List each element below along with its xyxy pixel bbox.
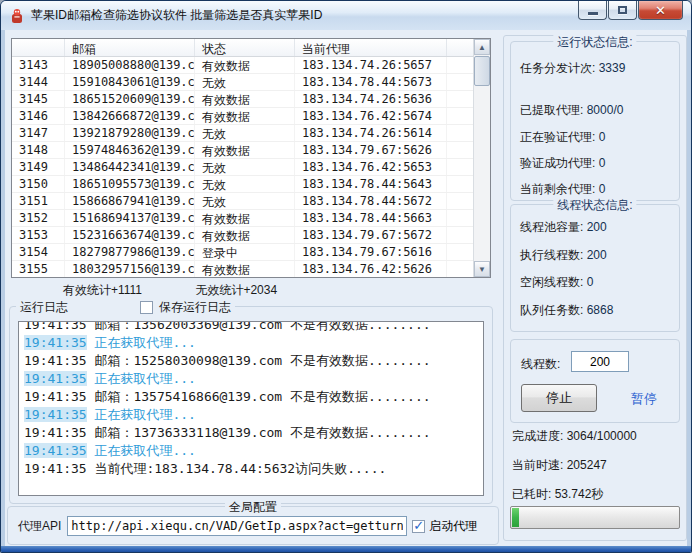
- table-row[interactable]: 3149 13486442341@139.com 无效 183.134.76.4…: [12, 159, 490, 176]
- email-table-header: 邮箱 状态 当前代理: [12, 39, 490, 57]
- table-row[interactable]: 3153 15231663674@139.com 有效数据 183.134.79…: [12, 227, 490, 244]
- row-proxy: 183.134.78.44:5672: [295, 193, 447, 209]
- row-index: 3146: [12, 108, 65, 124]
- progress-fill: [512, 508, 519, 527]
- log-line: 19:41:35 正在获取代理...: [24, 406, 483, 424]
- progress-elapsed: 已耗时: 53.742秒: [512, 486, 603, 503]
- pause-link[interactable]: 暂停: [631, 390, 657, 408]
- stat-proxies-verified: 验证成功代理: 0: [520, 155, 605, 172]
- row-proxy: 183.134.76.42:5674: [295, 108, 447, 124]
- column-header-proxy[interactable]: 当前代理: [295, 39, 447, 56]
- log-line: 19:41:35 当前代理:183.134.78.44:5632访问失败....…: [24, 460, 483, 478]
- row-email: 18279877986@139.com: [65, 244, 195, 260]
- proxy-api-input[interactable]: [67, 516, 407, 536]
- table-row[interactable]: 3146 13842666872@139.com 有效数据 183.134.76…: [12, 108, 490, 125]
- run-log-title: 运行日志: [20, 299, 68, 316]
- row-email: 18905008880@139.com: [65, 57, 195, 73]
- stop-button[interactable]: 停止: [521, 384, 597, 412]
- scrollbar-thumb[interactable]: [474, 56, 490, 86]
- row-email: 18032957156@139.com: [65, 261, 195, 277]
- title-bar[interactable]: 苹果ID邮箱检查筛选协议软件 批量筛选是否真实苹果ID ✕: [1, 1, 691, 30]
- row-email: 18651095573@139.com: [65, 176, 195, 192]
- app-window: 苹果ID邮箱检查筛选协议软件 批量筛选是否真实苹果ID ✕ 邮箱 状态 当前代理…: [0, 0, 692, 553]
- minimize-button[interactable]: [578, 1, 607, 20]
- column-header-index[interactable]: [12, 39, 65, 56]
- table-row[interactable]: 3151 15866867941@139.com 无效 183.134.78.4…: [12, 193, 490, 210]
- row-index: 3143: [12, 57, 65, 73]
- row-status: 有效数据: [195, 227, 295, 243]
- valid-count: 有效统计+1111: [63, 283, 142, 297]
- invalid-count: 无效统计+2034: [195, 283, 277, 297]
- table-row[interactable]: 3152 15168694137@139.com 有效数据 183.134.78…: [12, 210, 490, 227]
- row-status: 登录中: [195, 244, 295, 260]
- table-row[interactable]: 3150 18651095573@139.com 无效 183.134.78.4…: [12, 176, 490, 193]
- row-status: 有效数据: [195, 142, 295, 158]
- log-listbox[interactable]: 19:41:35 邮箱：13562003369@139.com 不是有效数据..…: [18, 321, 484, 496]
- log-line: 19:41:35 邮箱：13575416866@139.com 不是有效数据..…: [24, 388, 483, 406]
- log-line: 19:41:35 正在获取代理...: [24, 370, 483, 388]
- row-status: 无效: [195, 176, 295, 192]
- stat-proxies-fetched: 已提取代理: 8000/0: [520, 102, 623, 119]
- email-table-body: 3143 18905008880@139.com 有效数据 183.134.74…: [12, 57, 490, 278]
- table-row[interactable]: 3147 13921879280@139.com 无效 183.134.74.2…: [12, 125, 490, 142]
- scroll-up-icon[interactable]: ▲: [474, 39, 490, 55]
- column-header-email[interactable]: 邮箱: [65, 39, 195, 56]
- log-line: 19:41:35 正在获取代理...: [24, 442, 483, 460]
- row-index: 3147: [12, 125, 65, 141]
- row-index: 3153: [12, 227, 65, 243]
- thread-status-title: 线程状态信息:: [553, 197, 636, 214]
- close-button[interactable]: ✕: [638, 1, 683, 20]
- table-row[interactable]: 3145 18651520609@139.com 有效数据 183.134.74…: [12, 91, 490, 108]
- row-email: 18651520609@139.com: [65, 91, 195, 107]
- global-config-title: 全局配置: [225, 499, 281, 516]
- row-index: 3148: [12, 142, 65, 158]
- run-log-group: 运行日志 保存运行日志 19:41:35 邮箱：13562003369@139.…: [9, 306, 493, 504]
- stat-pool-capacity: 线程池容量: 200: [520, 219, 607, 236]
- progress-speed: 当前时速: 205247: [512, 457, 607, 474]
- stat-task-dispatch: 任务分发计次: 3339: [520, 60, 625, 77]
- row-status: 有效数据: [195, 108, 295, 124]
- row-index: 3151: [12, 193, 65, 209]
- row-proxy: 183.134.74.26:5614: [295, 125, 447, 141]
- row-index: 3155: [12, 261, 65, 277]
- table-row[interactable]: 3148 15974846362@139.com 有效数据 183.134.79…: [12, 142, 490, 159]
- progress-done: 完成进度: 3064/100000: [512, 428, 637, 445]
- stat-idle-threads: 空闲线程数: 0: [520, 274, 593, 291]
- save-log-checkbox[interactable]: [140, 301, 153, 314]
- thread-status-group: 线程状态信息: 线程池容量: 200 执行线程数: 200 空闲线程数: 0 队…: [510, 204, 680, 332]
- thread-controls-group: 线程数: 停止 暂停: [510, 339, 680, 423]
- row-index: 3149: [12, 159, 65, 175]
- row-status: 有效数据: [195, 57, 295, 73]
- stat-running-threads: 执行线程数: 200: [520, 247, 607, 264]
- log-line: 19:41:35 邮箱：13736333118@139.com 不是有效数据..…: [24, 424, 483, 442]
- thread-count-label: 线程数:: [521, 356, 560, 373]
- row-proxy: 183.134.74.26:5636: [295, 91, 447, 107]
- row-index: 3152: [12, 210, 65, 226]
- run-status-title: 运行状态信息:: [553, 34, 636, 51]
- row-status: 无效: [195, 74, 295, 90]
- table-row[interactable]: 3155 18032957156@139.com 有效数据 183.134.76…: [12, 261, 490, 278]
- table-row[interactable]: 3144 15910843061@139.com 无效 183.134.78.4…: [12, 74, 490, 91]
- window-title: 苹果ID邮箱检查筛选协议软件 批量筛选是否真实苹果ID: [31, 7, 322, 24]
- row-proxy: 183.134.79.67:5672: [295, 227, 447, 243]
- column-header-status[interactable]: 状态: [195, 39, 295, 56]
- status-panel: 运行状态信息: 任务分发计次: 3339 已提取代理: 8000/0 正在验证代…: [503, 35, 687, 541]
- row-status: 有效数据: [195, 261, 295, 277]
- log-line: 19:41:35 正在获取代理...: [24, 334, 483, 352]
- row-email: 15866867941@139.com: [65, 193, 195, 209]
- maximize-icon: [618, 6, 627, 14]
- row-proxy: 183.134.79.67:5626: [295, 142, 447, 158]
- row-index: 3150: [12, 176, 65, 192]
- maximize-button[interactable]: [608, 1, 637, 20]
- start-proxy-checkbox[interactable]: [412, 520, 425, 533]
- row-email: 15231663674@139.com: [65, 227, 195, 243]
- log-line: 19:41:35 邮箱：15258030098@139.com 不是有效数据..…: [24, 352, 483, 370]
- table-row[interactable]: 3154 18279877986@139.com 登录中 183.134.79.…: [12, 244, 490, 261]
- scroll-down-icon[interactable]: ▼: [474, 261, 490, 277]
- thread-count-input[interactable]: [571, 351, 629, 372]
- row-proxy: 183.134.79.67:5616: [295, 244, 447, 260]
- email-table: 邮箱 状态 当前代理 3143 18905008880@139.com 有效数据…: [11, 38, 491, 278]
- close-icon: ✕: [655, 4, 666, 17]
- table-row[interactable]: 3143 18905008880@139.com 有效数据 183.134.74…: [12, 57, 490, 74]
- table-scrollbar[interactable]: ▲ ▼: [473, 39, 490, 277]
